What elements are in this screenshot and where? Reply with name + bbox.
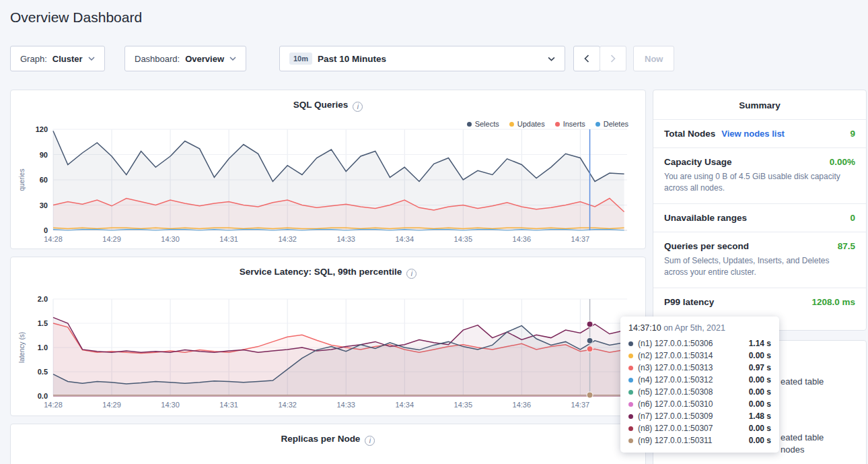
- svg-text:14:37: 14:37: [571, 401, 590, 409]
- service-latency-panel: Service Latency: SQL, 99th percentilei 1…: [10, 257, 646, 416]
- overview-dashboard-page: Overview Dashboard Graph: Cluster Dashbo…: [0, 0, 868, 464]
- svg-text:0.0: 0.0: [38, 392, 48, 400]
- tooltip-rows: (n1) 127.0.0.1:503061.14 s(n2) 127.0.0.1…: [628, 337, 771, 446]
- series-dot: [628, 366, 633, 370]
- svg-text:14:31: 14:31: [219, 401, 238, 409]
- svg-text:14:36: 14:36: [513, 401, 532, 409]
- chevron-down-icon: [229, 57, 236, 61]
- time-next-button[interactable]: [600, 46, 626, 71]
- svg-text:30: 30: [40, 201, 48, 209]
- tooltip-node-value: 0.00 s: [749, 399, 771, 409]
- tooltip-row: (n1) 127.0.0.1:503061.14 s: [628, 337, 771, 350]
- dashboard-dropdown-value: Overview: [185, 54, 224, 64]
- series-dot: [628, 426, 633, 431]
- svg-text:0: 0: [44, 226, 48, 234]
- svg-text:14:28: 14:28: [44, 401, 63, 409]
- tooltip-node-value: 0.00 s: [749, 424, 771, 433]
- time-prev-button[interactable]: [573, 46, 600, 71]
- tooltip-node-label: (n5) 127.0.0.1:50308: [638, 387, 713, 397]
- tooltip-node-label: (n2) 127.0.0.1:50314: [638, 351, 713, 360]
- summary-subtext: Sum of Selects, Updates, Inserts, and De…: [664, 255, 855, 279]
- svg-text:14:33: 14:33: [336, 401, 355, 409]
- svg-text:queries: queries: [18, 169, 26, 191]
- chevron-down-icon: [88, 57, 95, 61]
- tooltip-node-value: 1.14 s: [749, 339, 771, 348]
- tooltip-row: (n8) 127.0.0.1:503070.00 s: [628, 422, 771, 434]
- svg-text:14:35: 14:35: [454, 235, 473, 243]
- dashboard-dropdown-label: Dashboard:: [135, 54, 180, 64]
- tooltip-node-value: 1.48 s: [749, 411, 771, 421]
- series-dot: [628, 390, 633, 395]
- time-range-badge: 10m: [289, 53, 312, 65]
- tooltip-row: (n4) 127.0.0.1:503120.00 s: [628, 374, 771, 386]
- info-icon[interactable]: i: [353, 102, 363, 112]
- summary-label: Capacity Usage: [664, 157, 732, 167]
- info-icon[interactable]: i: [365, 436, 375, 446]
- graph-dropdown-label: Graph:: [20, 54, 47, 64]
- tooltip-node-value: 0.97 s: [749, 363, 771, 372]
- time-range-dropdown[interactable]: 10m Past 10 Minutes: [279, 46, 565, 71]
- svg-text:14:31: 14:31: [219, 235, 238, 243]
- svg-text:latency (s): latency (s): [18, 332, 26, 363]
- tooltip-row: (n5) 127.0.0.1:503080.00 s: [628, 386, 771, 398]
- svg-text:14:37: 14:37: [571, 235, 590, 243]
- series-dot: [628, 378, 633, 383]
- svg-text:2.0: 2.0: [38, 295, 48, 303]
- summary-value: 0.00%: [830, 157, 855, 167]
- svg-text:14:34: 14:34: [395, 401, 414, 409]
- series-dot: [628, 354, 633, 358]
- series-dot: [628, 438, 633, 443]
- summary-title: Summary: [653, 90, 866, 119]
- tooltip-node-label: (n8) 127.0.0.1:50307: [638, 424, 713, 433]
- sql-queries-chart[interactable]: 14:2814:2914:3014:3114:3214:3314:3414:35…: [16, 125, 641, 248]
- now-button[interactable]: Now: [633, 46, 674, 71]
- summary-label: Unavailable ranges: [664, 213, 747, 223]
- svg-text:14:34: 14:34: [395, 235, 414, 243]
- graph-dropdown-value: Cluster: [52, 54, 83, 64]
- summary-panel: Summary Total Nodes View nodes list 9 Ca…: [653, 90, 867, 331]
- event-item-text: eated table: [781, 376, 824, 387]
- summary-row-queries-per-second: Queries per second 87.5 Sum of Selects, …: [653, 232, 866, 288]
- event-item-text: eated table: [781, 432, 824, 442]
- summary-subtext: You are using 0 B of 4.5 GiB usable disk…: [664, 171, 855, 195]
- service-latency-title: Service Latency: SQL, 99th percentilei: [11, 267, 645, 279]
- svg-text:90: 90: [40, 151, 48, 159]
- replicas-per-node-title: Replicas per Nodei: [11, 434, 645, 446]
- chart-title-text: Service Latency: SQL, 99th percentile: [240, 267, 402, 277]
- tooltip-row: (n7) 127.0.0.1:503091.48 s: [628, 410, 771, 422]
- chart-hover-tooltip: 14:37:10 on Apr 5th, 2021 (n1) 127.0.0.1…: [620, 317, 779, 453]
- summary-label: Queries per second: [664, 241, 749, 251]
- svg-text:14:35: 14:35: [454, 401, 473, 409]
- svg-text:14:29: 14:29: [102, 235, 121, 243]
- dashboard-dropdown[interactable]: Dashboard: Overview: [124, 46, 246, 71]
- summary-value: 1208.0 ms: [811, 297, 855, 307]
- tooltip-node-value: 0.00 s: [749, 387, 771, 397]
- summary-row-p99-latency: P99 latency 1208.0 ms: [653, 288, 866, 316]
- tooltip-node-label: (n4) 127.0.0.1:50312: [638, 375, 713, 385]
- summary-label: Total Nodes: [664, 129, 715, 139]
- svg-text:14:32: 14:32: [278, 401, 297, 409]
- summary-value: 87.5: [838, 241, 855, 251]
- view-nodes-list-link[interactable]: View nodes list: [721, 129, 785, 139]
- series-dot: [628, 414, 633, 419]
- chevron-right-icon: [610, 55, 616, 63]
- graph-dropdown[interactable]: Graph: Cluster: [10, 46, 105, 71]
- svg-text:14:33: 14:33: [336, 235, 355, 243]
- info-icon[interactable]: i: [406, 269, 417, 279]
- tooltip-date: on Apr 5th, 2021: [663, 323, 725, 333]
- summary-row-unavailable-ranges: Unavailable ranges 0: [653, 203, 866, 232]
- svg-text:0.5: 0.5: [38, 368, 48, 376]
- time-range-label: Past 10 Minutes: [318, 54, 386, 64]
- chevron-left-icon: [584, 55, 589, 63]
- tooltip-row: (n9) 127.0.0.1:503110.00 s: [628, 434, 771, 446]
- chart-title-text: SQL Queries: [293, 100, 349, 110]
- tooltip-node-label: (n9) 127.0.0.1:50311: [638, 436, 713, 445]
- svg-text:14:36: 14:36: [513, 235, 532, 243]
- svg-text:120: 120: [36, 125, 48, 133]
- series-dot: [628, 402, 633, 407]
- service-latency-chart[interactable]: 14:2814:2914:3014:3114:3214:3314:3414:35…: [16, 295, 641, 413]
- chart-title-text: Replicas per Node: [281, 434, 361, 444]
- tooltip-node-value: 0.00 s: [749, 351, 771, 360]
- summary-value: 0: [850, 213, 855, 223]
- tooltip-node-label: (n1) 127.0.0.1:50306: [638, 339, 713, 348]
